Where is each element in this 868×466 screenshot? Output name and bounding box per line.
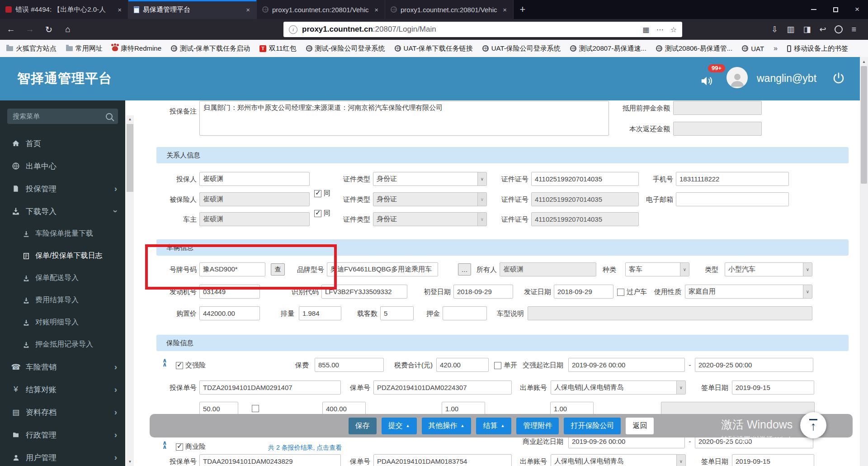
bookmark-item[interactable]: 火狐官方站点 xyxy=(6,44,57,53)
holder-input[interactable] xyxy=(199,172,310,186)
select-arrow-icon[interactable]: ∨ xyxy=(680,263,689,276)
brand-more-button[interactable]: … xyxy=(458,263,471,276)
remark-textarea[interactable]: 归属部门：郑州市中原支公司经理室;来源渠道：河南京裕汽车保险代理有限公司 xyxy=(199,101,609,136)
forward-icon[interactable]: → xyxy=(24,22,36,37)
sidebar-item-policy-mgmt[interactable]: 投保管理 › xyxy=(0,177,125,200)
browser-tab-3[interactable]: proxy1.countnet.cn:20801/Vehic × xyxy=(257,0,385,19)
downloads-icon[interactable]: ⇩ xyxy=(771,27,778,32)
speaker-icon[interactable] xyxy=(700,74,713,90)
checkbox-checked-icon[interactable] xyxy=(314,210,321,217)
sidebar-subitem-download-log[interactable]: 保单/投保单下载日志 xyxy=(0,245,125,267)
tab-close-icon[interactable]: × xyxy=(502,6,508,14)
sidebar-item-issue-center[interactable]: 出单中心 xyxy=(0,155,125,177)
issuedate-input[interactable] xyxy=(554,285,613,299)
idno-input[interactable] xyxy=(531,172,639,186)
seats-input[interactable] xyxy=(380,306,414,320)
browser-tab-2-active[interactable]: 易保通管理平台 × xyxy=(128,0,257,19)
bookmark-item[interactable]: 常用网址 xyxy=(66,44,103,53)
select-arrow-icon[interactable]: ∨ xyxy=(676,381,685,394)
sidebar-item-home[interactable]: 首页 xyxy=(0,132,125,155)
checkbox-checked-icon[interactable] xyxy=(314,190,321,197)
checkbox-icon[interactable] xyxy=(617,289,624,296)
window-maximize-button[interactable] xyxy=(825,0,846,19)
sidebar-item-settlement[interactable]: ¥ 结算对账 › xyxy=(0,378,125,401)
bookmark-star-icon[interactable]: ☆ xyxy=(670,25,677,34)
sidebar-item-download-import[interactable]: 下载导入 › xyxy=(0,200,125,223)
submit-button[interactable]: 提交▲ xyxy=(382,418,417,434)
notification-badge[interactable]: 99+ xyxy=(708,64,725,72)
scroll-up-icon[interactable]: ▲ xyxy=(860,58,868,65)
bookmark-item[interactable]: 测试20806-易保通管... xyxy=(656,44,732,53)
sidebar-item-admin[interactable]: 行政管理 › xyxy=(0,423,125,446)
account-select[interactable]: 人保电销|人保电销青岛∨ xyxy=(551,454,686,466)
sidebar-item-archive[interactable]: ▤ 资料存档 › xyxy=(0,401,125,423)
checkbox-checked-icon[interactable] xyxy=(176,443,183,451)
back-to-top-button[interactable]: ↑ xyxy=(800,412,826,438)
back-button[interactable]: 返回 xyxy=(626,418,654,434)
url-bar[interactable]: i proxy1.countnet.cn:20807/Login/Main ▦ … xyxy=(283,22,682,37)
tax-input[interactable] xyxy=(436,358,489,372)
idtype-select[interactable]: 身份证∨ xyxy=(373,172,487,186)
partial-checkbox[interactable] xyxy=(252,405,259,412)
same-as-holder-checkbox[interactable]: 同 xyxy=(314,189,330,198)
deposit-input[interactable] xyxy=(443,306,487,320)
signdate-input[interactable] xyxy=(732,454,814,466)
logout-power-icon[interactable] xyxy=(832,71,845,87)
select-arrow-icon[interactable]: ∨ xyxy=(803,285,812,298)
regdate-input[interactable] xyxy=(453,285,513,299)
back-icon[interactable]: ← xyxy=(5,22,17,37)
browser-tab-1[interactable]: 错误 #4494: 【出单中心2.0-人 × xyxy=(0,0,128,19)
bookmarks-overflow-icon[interactable]: » xyxy=(774,44,778,52)
type-select[interactable]: 小型汽车∨ xyxy=(725,262,812,276)
select-arrow-icon[interactable]: ∨ xyxy=(803,263,812,276)
premium-input[interactable] xyxy=(315,358,384,372)
signdate-input[interactable] xyxy=(732,380,814,395)
displacement-input[interactable] xyxy=(299,306,341,320)
home-icon[interactable]: ⌂ xyxy=(61,22,74,37)
single-issue-checkbox[interactable]: 单开 xyxy=(494,361,517,370)
bookmark-item[interactable]: 测试-保险公司登录系统 xyxy=(306,44,385,53)
collapse-icon[interactable]: ∧∧ xyxy=(162,441,167,449)
account-select[interactable]: 人保电销|人保电销青岛∨ xyxy=(551,380,686,395)
sidebar-item-users[interactable]: 用户管理 › xyxy=(0,446,125,466)
compulsory-checkbox[interactable]: 交强险 xyxy=(176,361,206,370)
collapse-icon[interactable]: ∧∧ xyxy=(162,358,167,366)
checkbox-checked-icon[interactable] xyxy=(176,362,183,369)
commercial-checkbox[interactable]: 商业险 xyxy=(176,442,206,451)
checkbox-icon[interactable] xyxy=(252,405,259,412)
price-input[interactable] xyxy=(199,306,260,320)
jq-appno-input[interactable] xyxy=(199,380,341,395)
brand-input[interactable] xyxy=(327,262,438,276)
extension-grid-icon[interactable]: ▦ xyxy=(643,25,650,34)
tab-close-icon[interactable]: × xyxy=(373,6,379,14)
bookmark-item[interactable]: UAT-保单下载任务链接 xyxy=(395,44,473,53)
sidebar-subitem-reconcile-import[interactable]: 对账明细导入 xyxy=(0,311,125,333)
phone-input[interactable] xyxy=(676,172,789,186)
history-icon[interactable]: ↩ xyxy=(819,24,826,34)
transfer-checkbox[interactable]: 过户车 xyxy=(617,288,647,296)
sy-appno-input[interactable] xyxy=(199,454,341,466)
sidebar-subitem-fee-import[interactable]: 费用结算导入 xyxy=(0,289,125,311)
tab-close-icon[interactable]: × xyxy=(117,6,123,14)
same-as-holder-checkbox[interactable]: 同 xyxy=(314,209,330,218)
sy-policyno-input[interactable] xyxy=(373,454,512,466)
other-actions-button[interactable]: 其他操作▲ xyxy=(422,418,472,434)
scroll-down-icon[interactable]: ▼ xyxy=(126,458,134,466)
bookmark-item[interactable]: T双11红包 xyxy=(259,44,297,53)
page-actions-icon[interactable]: ⋯ xyxy=(656,25,664,34)
save-button[interactable]: 保存 xyxy=(349,418,377,434)
sidebar-search-input[interactable]: 搜索菜单 xyxy=(7,109,118,124)
attachments-button[interactable]: 管理附件 xyxy=(516,418,559,434)
content-scrollbar[interactable]: ▲ ▼ xyxy=(126,115,134,466)
jq-start-input[interactable] xyxy=(568,358,685,372)
select-arrow-icon[interactable]: ∨ xyxy=(477,172,486,185)
checkbox-icon[interactable] xyxy=(494,362,501,369)
search-icon[interactable] xyxy=(106,113,113,120)
reload-icon[interactable]: ↻ xyxy=(42,22,55,37)
sidebar-item-marketing[interactable]: ☎ 车险营销 › xyxy=(0,356,125,378)
bookmark-item[interactable]: 测试-保单下载任务启动 xyxy=(171,44,250,53)
usage-select[interactable]: 家庭自用∨ xyxy=(685,285,812,299)
bookmark-item[interactable]: 测试20807-易保通速... xyxy=(570,44,646,53)
sidebar-subitem-batch-download[interactable]: 车险保单批量下载 xyxy=(0,223,125,245)
browser-scrollbar[interactable]: ▲ xyxy=(860,57,868,466)
